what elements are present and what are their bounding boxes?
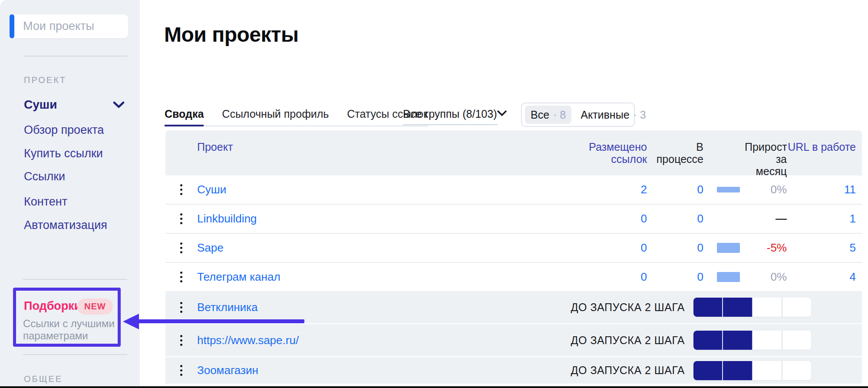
growth-value: 0% — [745, 183, 787, 196]
column-header-growth-line2: за месяц — [745, 153, 787, 177]
placed-count[interactable]: 2 — [578, 183, 647, 196]
sidebar-divider — [23, 354, 127, 355]
project-link[interactable]: Телеграм канал — [197, 270, 578, 284]
project-link[interactable]: Суши — [197, 183, 578, 196]
progress-segment — [782, 298, 811, 317]
placed-count[interactable]: 0 — [578, 241, 647, 255]
table-row-pending: Зоомагазин ДО ЗАПУСКА 2 ШАГА — [165, 356, 862, 384]
collections-description-line1: Ссылки с лучшими — [23, 318, 121, 330]
header-spacer — [703, 130, 745, 177]
status-filter: Все · 8 Активные · 3 — [521, 103, 635, 127]
project-link[interactable]: Linkbuilding — [197, 212, 578, 226]
row-menu-button[interactable] — [176, 362, 187, 379]
launch-status: ДО ЗАПУСКА 2 ШАГА — [571, 301, 685, 314]
project-link[interactable]: https://www.sape.ru/ — [197, 334, 571, 347]
progress-segment — [782, 331, 811, 350]
filter-active-label: Активные — [581, 109, 629, 121]
launch-status: ДО ЗАПУСКА 2 ШАГА — [571, 364, 685, 377]
progress-segment — [752, 298, 782, 317]
trend-bar — [717, 187, 740, 192]
row-menu-button[interactable] — [176, 182, 187, 198]
project-link[interactable]: Sape — [197, 241, 578, 255]
chevron-down-icon — [113, 101, 125, 110]
column-header-growth-line1: Прирост — [745, 141, 787, 153]
row-menu-button[interactable] — [176, 269, 187, 285]
table-row: Sape 0 0 -5% 5 — [165, 234, 862, 263]
sidebar-item-automation[interactable]: Автоматизация — [24, 218, 107, 232]
row-menu-button[interactable] — [176, 211, 187, 227]
launch-progress-bar — [693, 298, 811, 317]
progress-segment — [722, 331, 752, 350]
column-header-urls[interactable]: URL в работе — [787, 130, 862, 177]
sidebar-section-project-label: ПРОЕКТ — [24, 75, 66, 85]
groups-dropdown[interactable]: Все группы (8/103) — [403, 107, 498, 125]
url-count[interactable]: 4 — [787, 270, 862, 284]
inprogress-count[interactable]: 0 — [647, 183, 703, 196]
sidebar-item-collections[interactable]: Подборки — [24, 299, 81, 313]
row-menu-cell — [165, 299, 197, 315]
row-menu-button[interactable] — [176, 299, 187, 315]
trend-cell — [703, 272, 745, 282]
column-header-project[interactable]: Проект — [197, 130, 578, 177]
filter-active[interactable]: Активные · 3 — [575, 106, 651, 124]
active-page-accent-bar — [10, 14, 14, 38]
progress-segment — [722, 361, 752, 380]
table-row: Телеграм канал 0 0 0% 4 — [165, 263, 862, 291]
project-link[interactable]: Зоомагазин — [197, 364, 571, 377]
project-link[interactable]: Ветклиника — [197, 301, 571, 314]
inprogress-count[interactable]: 0 — [647, 241, 703, 255]
placed-count[interactable]: 0 — [578, 270, 647, 284]
groups-dropdown-label: Все группы (8/103) — [403, 107, 497, 120]
annotation-arrow-tail — [138, 319, 304, 323]
tab-link-profile[interactable]: Ссылочный профиль — [222, 107, 329, 120]
header-spacer — [165, 130, 197, 177]
tab-bar: Сводка Ссылочный профиль Статусы ссылок — [165, 107, 428, 126]
collections-description: Ссылки с лучшими параметрами — [23, 318, 121, 342]
progress-segment — [693, 331, 722, 350]
sidebar-item-links[interactable]: Ссылки — [24, 169, 65, 183]
launch-status: ДО ЗАПУСКА 2 ШАГА — [571, 334, 685, 347]
placed-count[interactable]: 0 — [578, 212, 647, 226]
sidebar-item-buy-links[interactable]: Купить ссылки — [24, 146, 103, 160]
column-header-in-progress: В процессе — [647, 130, 703, 177]
filter-all[interactable]: Все · 8 — [525, 106, 571, 124]
growth-value: — — [745, 212, 787, 226]
url-count[interactable]: 1 — [787, 212, 862, 226]
row-menu-cell — [165, 332, 197, 348]
table-body: Суши 2 0 0% 11 Linkbuilding 0 0 — 1 Sape… — [165, 176, 862, 384]
progress-segment — [752, 331, 782, 350]
growth-value: -5% — [745, 241, 787, 255]
table-row-pending: Ветклиника ДО ЗАПУСКА 2 ШАГА — [165, 291, 862, 323]
app-root: { "colors": { "accent_blue": "#1b6ef3", … — [0, 0, 868, 388]
sidebar-item-project-overview[interactable]: Обзор проекта — [24, 123, 104, 137]
project-selector[interactable]: Суши — [24, 97, 57, 112]
trend-cell — [703, 243, 745, 253]
url-count[interactable]: 11 — [787, 183, 862, 196]
url-count[interactable]: 5 — [787, 241, 862, 255]
table-header: Проект Размещено ссылок В процессе Приро… — [165, 130, 862, 176]
row-menu-button[interactable] — [176, 332, 187, 348]
page-title: Мои проекты — [164, 23, 299, 47]
sidebar: Мои проекты ПРОЕКТ Суши Обзор проекта Ку… — [0, 0, 140, 386]
inprogress-count[interactable]: 0 — [647, 270, 703, 284]
sidebar-current-page[interactable]: Мои проекты — [10, 14, 128, 38]
progress-segment — [693, 361, 722, 380]
tab-summary[interactable]: Сводка — [165, 107, 204, 120]
table-row-pending: https://www.sape.ru/ ДО ЗАПУСКА 2 ШАГА — [165, 323, 862, 356]
row-menu-cell — [165, 362, 197, 379]
progress-segment — [752, 361, 782, 380]
main-content: Мои проекты Сводка Ссылочный профиль Ста… — [140, 0, 868, 386]
row-menu-button[interactable] — [176, 240, 187, 256]
column-header-growth: Прирост за месяц — [745, 130, 787, 177]
table-row: Суши 2 0 0% 11 — [165, 176, 862, 205]
filter-active-count: · 3 — [634, 109, 646, 121]
new-badge: NEW — [77, 298, 113, 315]
launch-progress-bar — [693, 331, 811, 350]
collections-description-line2: параметрами — [23, 330, 121, 342]
filter-all-label: Все — [531, 109, 549, 121]
sidebar-item-content[interactable]: Контент — [24, 195, 67, 209]
inprogress-count[interactable]: 0 — [647, 212, 703, 226]
column-header-placed-links[interactable]: Размещено ссылок — [578, 130, 647, 177]
sidebar-divider — [23, 56, 127, 56]
launch-progress-bar — [693, 361, 811, 380]
